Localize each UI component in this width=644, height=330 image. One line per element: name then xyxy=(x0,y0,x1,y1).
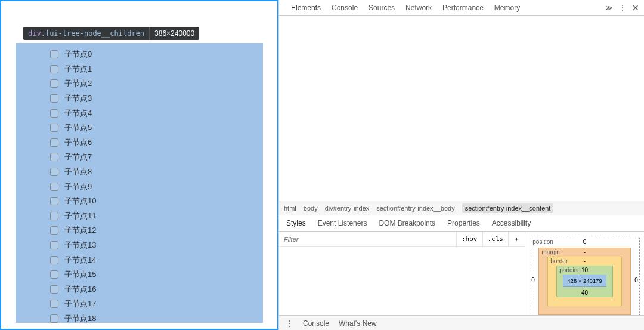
checkbox-icon[interactable] xyxy=(50,300,58,308)
tree-item[interactable]: 子节点6 xyxy=(50,135,96,150)
tree-list: 子节点0子节点1子节点2子节点3子节点4子节点5子节点6子节点7子节点8子节点9… xyxy=(50,47,96,326)
tree-item-label: 子节点9 xyxy=(64,181,92,192)
new-rule-button[interactable]: ＋ xyxy=(508,232,525,246)
cls-toggle[interactable]: .cls xyxy=(482,232,509,246)
tree-item-label: 子节点1 xyxy=(64,64,92,75)
drawer-tabs: ⋮ Console What's New xyxy=(279,316,644,330)
close-icon[interactable]: ✕ xyxy=(632,3,639,13)
checkbox-icon[interactable] xyxy=(50,212,58,220)
checkbox-icon[interactable] xyxy=(50,138,58,147)
crumb-body[interactable]: body xyxy=(304,205,318,212)
checkbox-icon[interactable] xyxy=(50,197,58,205)
tree-item-label: 子节点17 xyxy=(64,298,96,309)
tabs-overflow-icon[interactable]: ≫ xyxy=(605,4,613,12)
checkbox-icon[interactable] xyxy=(50,314,58,323)
tree-item-label: 子节点5 xyxy=(64,122,92,133)
tree-item[interactable]: 子节点1 xyxy=(50,62,96,77)
tree-item[interactable]: 子节点12 xyxy=(50,223,96,238)
tree-item-label: 子节点15 xyxy=(64,269,96,280)
checkbox-icon[interactable] xyxy=(50,226,58,235)
styles-subtabs: Styles Event Listeners DOM Breakpoints P… xyxy=(279,215,644,232)
tree-item[interactable]: 子节点18 xyxy=(50,312,96,326)
crumb-entry-index-content[interactable]: section#entry-index__content xyxy=(462,203,554,213)
tree-item-label: 子节点13 xyxy=(64,240,96,251)
style-rules[interactable] xyxy=(279,247,525,254)
bm-padding-top: 10 xyxy=(581,267,588,273)
tree-item[interactable]: 子节点10 xyxy=(50,194,96,209)
tab-memory[interactable]: Memory xyxy=(494,4,520,12)
subtab-event-listeners[interactable]: Event Listeners xyxy=(318,219,367,227)
drawer-tab-console[interactable]: Console xyxy=(303,319,329,328)
checkbox-icon[interactable] xyxy=(50,153,58,161)
devtools-menu-icon[interactable]: ⋮ xyxy=(619,4,626,12)
checkbox-icon[interactable] xyxy=(50,109,58,118)
tree-item-label: 子节点8 xyxy=(64,166,92,177)
checkbox-icon[interactable] xyxy=(50,79,58,88)
subtab-properties[interactable]: Properties xyxy=(447,219,480,227)
checkbox-icon[interactable] xyxy=(50,50,58,58)
tree-item[interactable]: 子节点14 xyxy=(50,252,96,267)
checkbox-icon[interactable] xyxy=(50,65,58,73)
checkbox-icon[interactable] xyxy=(50,124,58,132)
crumb-html[interactable]: html xyxy=(284,205,296,212)
tab-console[interactable]: Console xyxy=(332,4,358,12)
tree-item[interactable]: 子节点16 xyxy=(50,282,96,297)
breadcrumb: html body div#entry-index section#entry-… xyxy=(279,201,644,215)
tree-item[interactable]: 子节点0 xyxy=(50,47,96,62)
tree-item[interactable]: 子节点7 xyxy=(50,150,96,165)
subtab-styles[interactable]: Styles xyxy=(286,219,306,227)
tab-sources[interactable]: Sources xyxy=(369,4,395,12)
tooltip-class: .fui-tree-node__children xyxy=(41,29,144,38)
crumb-entry-index[interactable]: div#entry-index xyxy=(325,205,370,212)
drawer-tab-whatsnew[interactable]: What's New xyxy=(339,319,377,328)
tab-performance[interactable]: Performance xyxy=(442,4,484,12)
checkbox-icon[interactable] xyxy=(50,183,58,191)
drawer-handle-icon[interactable]: ⋮ xyxy=(285,319,293,328)
bm-padding-bottom: 40 xyxy=(581,289,588,296)
bm-content-dims: 428 × 240179 xyxy=(563,275,606,287)
styles-column: :hov .cls ＋ xyxy=(279,232,525,315)
crumb-entry-index-body[interactable]: section#entry-index__body xyxy=(376,205,454,212)
tree-item-label: 子节点10 xyxy=(64,196,96,206)
page-preview: div.fui-tree-node__children 386×240000 子… xyxy=(0,0,278,330)
tree-item[interactable]: 子节点9 xyxy=(50,179,96,194)
tooltip-dimensions: 386×240000 xyxy=(150,27,199,40)
tab-elements[interactable]: Elements xyxy=(291,4,321,12)
bm-border-label: border xyxy=(550,258,568,264)
tree-item[interactable]: 子节点11 xyxy=(50,209,96,224)
bm-border-val: - xyxy=(584,258,586,264)
checkbox-icon[interactable] xyxy=(50,270,58,279)
tree-item-label: 子节点4 xyxy=(64,108,92,119)
tree-item-label: 子节点7 xyxy=(64,152,92,162)
subtab-dom-breakpoints[interactable]: DOM Breakpoints xyxy=(379,219,435,227)
tree-item-label: 子节点14 xyxy=(64,255,96,266)
checkbox-icon[interactable] xyxy=(50,168,58,176)
element-inspect-tooltip: div.fui-tree-node__children 386×240000 xyxy=(23,27,199,40)
elements-dom-tree[interactable] xyxy=(279,16,644,201)
checkbox-icon[interactable] xyxy=(50,285,58,294)
tree-item[interactable]: 子节点15 xyxy=(50,267,96,282)
styles-filter-input[interactable] xyxy=(279,236,456,243)
tree-item-label: 子节点16 xyxy=(64,284,96,295)
devtools-panel: Elements Console Sources Network Perform… xyxy=(278,0,644,330)
checkbox-icon[interactable] xyxy=(50,241,58,249)
bm-position-top: 0 xyxy=(583,239,587,245)
tree-item[interactable]: 子节点17 xyxy=(50,297,96,312)
bm-position-label: position xyxy=(532,239,553,245)
bm-side-left: 0 xyxy=(531,276,535,283)
subtab-accessibility[interactable]: Accessibility xyxy=(492,219,531,227)
tree-item[interactable]: 子节点2 xyxy=(50,76,96,91)
tab-network[interactable]: Network xyxy=(405,4,432,12)
devtools-tabs: Elements Console Sources Network Perform… xyxy=(279,0,644,16)
tree-item[interactable]: 子节点5 xyxy=(50,121,96,135)
bm-margin-label: margin xyxy=(541,249,560,255)
tree-item[interactable]: 子节点3 xyxy=(50,91,96,106)
tree-item[interactable]: 子节点13 xyxy=(50,238,96,253)
checkbox-icon[interactable] xyxy=(50,94,58,103)
bm-side-right: 0 xyxy=(634,276,638,283)
tree-item[interactable]: 子节点8 xyxy=(50,165,96,180)
hov-toggle[interactable]: :hov xyxy=(456,232,482,246)
tree-item[interactable]: 子节点4 xyxy=(50,106,96,121)
tree-item-label: 子节点11 xyxy=(64,211,96,221)
checkbox-icon[interactable] xyxy=(50,256,58,264)
